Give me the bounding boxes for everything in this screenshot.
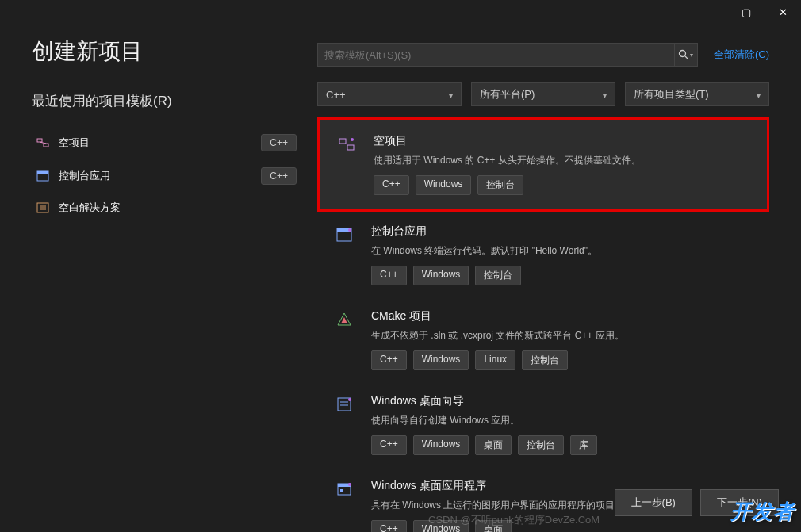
- template-tag: Windows: [413, 350, 469, 370]
- template-description: 生成不依赖于 .sln 或 .vcxproj 文件的新式跨平台 C++ 应用。: [371, 328, 753, 343]
- template-tag: 控制台: [518, 435, 564, 455]
- clear-all-link[interactable]: 全部清除(C): [714, 48, 769, 62]
- watermark-csdn: CSDN @不听punk的程序DevZe.CoM: [428, 513, 600, 527]
- close-button[interactable]: ✕: [765, 0, 801, 24]
- template-item[interactable]: 控制台应用 在 Windows 终端运行代码。默认打印 "Hello World…: [317, 212, 769, 297]
- filter-platform[interactable]: 所有平台(P): [471, 82, 615, 106]
- svg-point-7: [680, 51, 686, 57]
- svg-rect-1: [44, 144, 48, 147]
- console-icon: [36, 170, 49, 182]
- search-input[interactable]: [324, 49, 668, 61]
- svg-point-14: [348, 228, 351, 232]
- chevron-down-icon: [603, 89, 607, 101]
- recent-heading: 最近使用的项目模板(R): [32, 92, 301, 110]
- recent-item-label: 控制台应用: [59, 169, 110, 183]
- search-icon: [678, 49, 689, 60]
- template-tags: C++Windows桌面控制台库: [371, 435, 753, 455]
- template-item[interactable]: CMake 项目 生成不依赖于 .sln 或 .vcxproj 文件的新式跨平台…: [317, 297, 769, 381]
- svg-rect-4: [37, 171, 48, 174]
- svg-rect-0: [37, 139, 42, 142]
- template-icon: [333, 479, 355, 532]
- svg-point-20: [348, 398, 351, 401]
- search-button[interactable]: ▾: [674, 43, 698, 67]
- template-tag: Windows: [413, 435, 469, 455]
- template-icon: [333, 224, 355, 285]
- watermark-devze: 开发者: [730, 498, 795, 526]
- svg-rect-9: [339, 139, 346, 144]
- recent-item-label: 空白解决方案: [59, 201, 121, 215]
- svg-point-11: [351, 138, 354, 141]
- language-badge: C++: [261, 167, 297, 185]
- search-input-container[interactable]: [317, 43, 675, 67]
- svg-point-24: [348, 483, 351, 486]
- template-title: CMake 项目: [371, 309, 753, 323]
- template-tag: Windows: [416, 175, 472, 195]
- template-title: 空项目: [374, 134, 751, 148]
- filter-project-type[interactable]: 所有项目类型(T): [625, 82, 769, 106]
- template-tag: 控制台: [475, 266, 521, 285]
- svg-rect-10: [347, 145, 354, 150]
- template-tag: C++: [371, 520, 407, 532]
- recent-item-label: 空项目: [59, 136, 90, 150]
- maximize-button[interactable]: ▢: [728, 0, 765, 24]
- template-tag: 控制台: [477, 175, 523, 195]
- filter-language[interactable]: C++: [317, 82, 462, 106]
- svg-rect-6: [40, 205, 46, 210]
- template-tags: C++Windows控制台: [374, 175, 751, 195]
- recent-item-empty-project[interactable]: 空项目 C++: [32, 126, 301, 159]
- template-tag: C++: [371, 350, 407, 370]
- chevron-down-icon: ▾: [690, 52, 693, 59]
- svg-rect-23: [340, 489, 343, 492]
- recent-item-blank-solution[interactable]: 空白解决方案: [32, 193, 301, 223]
- template-tags: C++Windows控制台: [371, 266, 753, 285]
- svg-line-8: [685, 56, 688, 59]
- template-title: 控制台应用: [371, 224, 753, 239]
- template-tag: Windows: [413, 266, 469, 285]
- titlebar: — ▢ ✕: [0, 0, 801, 24]
- filter-label: 所有项目类型(T): [634, 87, 709, 101]
- template-tag: 控制台: [522, 350, 568, 370]
- filter-label: C++: [326, 89, 346, 101]
- template-description: 在 Windows 终端运行代码。默认打印 "Hello World"。: [371, 243, 753, 258]
- template-icon: [335, 134, 358, 195]
- template-tag: C++: [374, 175, 409, 195]
- template-description: 使用适用于 Windows 的 C++ 从头开始操作。不提供基础文件。: [374, 153, 751, 167]
- template-description: 使用向导自行创建 Windows 应用。: [371, 413, 753, 427]
- template-tag: Linux: [475, 350, 515, 370]
- template-tags: C++WindowsLinux控制台: [371, 350, 753, 370]
- filter-label: 所有平台(P): [480, 87, 535, 101]
- template-item[interactable]: 空项目 使用适用于 Windows 的 C++ 从头开始操作。不提供基础文件。 …: [317, 117, 769, 212]
- template-icon: [333, 309, 355, 370]
- language-badge: C++: [261, 134, 297, 151]
- svg-line-2: [40, 142, 46, 144]
- template-tag: C++: [371, 435, 407, 455]
- chevron-down-icon: [757, 89, 761, 101]
- template-tag: 库: [570, 435, 597, 455]
- empty-project-icon: [36, 136, 49, 149]
- chevron-down-icon: [449, 89, 453, 101]
- template-title: Windows 桌面向导: [371, 394, 753, 408]
- template-tag: 桌面: [475, 435, 512, 455]
- minimize-button[interactable]: —: [692, 0, 728, 24]
- template-tag: C++: [371, 266, 407, 285]
- back-button[interactable]: 上一步(B): [615, 489, 692, 516]
- page-title: 创建新项目: [32, 36, 301, 67]
- blank-solution-icon: [36, 201, 49, 214]
- recent-item-console-app[interactable]: 控制台应用 C++: [32, 159, 301, 193]
- template-icon: [333, 394, 355, 455]
- template-item[interactable]: Windows 桌面向导 使用向导自行创建 Windows 应用。 C++Win…: [317, 381, 769, 466]
